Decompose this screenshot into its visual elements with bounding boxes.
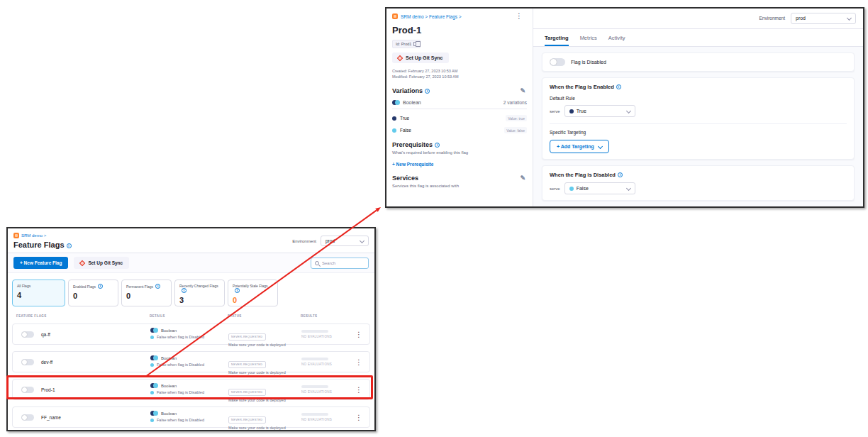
- copy-icon[interactable]: [413, 42, 417, 46]
- table-row[interactable]: qa-ff Boolean False when flag is Disable…: [12, 323, 370, 345]
- environment-select[interactable]: prod: [791, 13, 856, 24]
- flag-toggle[interactable]: [21, 414, 34, 421]
- new-prerequisite-link[interactable]: + New Prerequisite: [392, 162, 527, 167]
- info-icon: [616, 84, 621, 89]
- info-icon: [235, 288, 240, 293]
- stat-card-potentially-stale-flags[interactable]: Potentially Stale Flags 0: [228, 280, 278, 306]
- search-box[interactable]: [311, 258, 369, 269]
- status-badge: NEVER-REQUESTED: [228, 361, 266, 368]
- breadcrumb[interactable]: SRM demo > Feature Flags >: [401, 14, 462, 19]
- feature-flags-list-panel: SRM demo > Feature Flags Environment pro…: [6, 227, 376, 431]
- variation-count: 2 variations: [503, 100, 527, 105]
- row-menu-icon[interactable]: ⋮: [355, 414, 362, 421]
- boolean-type-icon: [150, 383, 158, 388]
- setup-git-sync-button[interactable]: Set Up Git Sync: [74, 257, 129, 269]
- flag-state-toggle[interactable]: [550, 58, 565, 66]
- stat-card-recently-changed-flags[interactable]: Recently Changed Flags 3: [174, 280, 225, 306]
- edit-services-icon[interactable]: ✎: [520, 175, 525, 182]
- flag-name: Prod-1: [41, 387, 55, 392]
- boolean-type-icon: [150, 411, 158, 416]
- flag-detail-main: Environment prod Targeting Metrics Activ…: [533, 9, 863, 206]
- tab-activity[interactable]: Activity: [608, 35, 625, 46]
- results-bar: [301, 330, 328, 333]
- boolean-type-icon: [150, 355, 158, 360]
- flag-toggle[interactable]: [21, 331, 34, 338]
- flag-detail-panel: SRM demo > Feature Flags > ⋮ Prod-1 Id: …: [385, 7, 864, 208]
- breadcrumb[interactable]: SRM demo >: [21, 233, 46, 238]
- kebab-menu-icon[interactable]: ⋮: [516, 13, 523, 20]
- status-badge: NEVER-REQUESTED: [228, 389, 266, 396]
- variation-false-dot-icon: [392, 128, 396, 133]
- new-feature-flag-button[interactable]: + New Feature Flag: [13, 257, 68, 269]
- flag-toggle[interactable]: [21, 359, 34, 365]
- variation-false-dot-icon: [569, 187, 574, 191]
- status-badge: NEVER-REQUESTED: [228, 416, 266, 424]
- stat-card-permanent-flags[interactable]: Permanent Flags 0: [121, 280, 172, 306]
- variation-false-dot-icon: [150, 336, 154, 339]
- environment-label: Environment: [760, 16, 786, 21]
- serve-false-select[interactable]: False: [564, 182, 635, 194]
- git-sync-icon: [79, 260, 85, 265]
- add-targeting-button[interactable]: + Add Targeting: [550, 140, 609, 153]
- flag-name: qa-ff: [41, 332, 50, 337]
- variation-true-dot-icon: [569, 109, 574, 114]
- environment-select[interactable]: prod: [321, 236, 369, 246]
- screenshot-canvas: SRM demo > Feature Flags > ⋮ Prod-1 Id: …: [0, 0, 868, 437]
- row-menu-icon[interactable]: ⋮: [355, 331, 362, 338]
- flag-id-pill: Id: Prod1: [392, 40, 421, 48]
- chevron-down-icon: [626, 109, 631, 114]
- modified-timestamp: Modified: February 27, 2023 10:53 AM: [392, 74, 527, 79]
- boolean-type-icon: [150, 328, 158, 333]
- prerequisites-heading: Prerequisites: [392, 141, 433, 148]
- row-menu-icon[interactable]: ⋮: [355, 387, 362, 394]
- search-input[interactable]: [322, 261, 365, 265]
- flag-detail-sidebar: SRM demo > Feature Flags > ⋮ Prod-1 Id: …: [386, 9, 533, 206]
- when-disabled-heading: When the Flag is Disabled: [550, 172, 616, 178]
- info-icon: [98, 284, 103, 289]
- flag-toggle[interactable]: [21, 387, 34, 393]
- variation-true-dot-icon: [392, 116, 396, 121]
- row-menu-icon[interactable]: ⋮: [355, 359, 362, 366]
- variation-false-dot-icon: [150, 419, 154, 422]
- flag-name: dev-ff: [41, 360, 52, 365]
- edit-variations-icon[interactable]: ✎: [520, 87, 525, 94]
- stat-card-enabled-flags[interactable]: Enabled Flags 0: [68, 280, 118, 306]
- info-icon: [67, 243, 72, 248]
- services-heading: Services: [392, 175, 418, 182]
- chevron-down-icon: [598, 144, 603, 149]
- search-icon: [315, 261, 319, 265]
- info-icon: [618, 172, 623, 177]
- flag-state-label: Flag is Disabled: [571, 60, 606, 65]
- when-enabled-heading: When the Flag is Enabled: [550, 84, 614, 90]
- variations-heading: Variations: [392, 87, 423, 94]
- info-icon: [155, 284, 160, 289]
- table-row[interactable]: FF_name Boolean False when flag is Disab…: [12, 406, 370, 428]
- results-bar: [301, 413, 328, 416]
- info-icon: [425, 89, 430, 94]
- serve-label: serve: [550, 187, 560, 191]
- chevron-down-icon: [626, 186, 631, 191]
- harness-logo-icon: [13, 233, 19, 238]
- boolean-type-icon: [392, 100, 400, 105]
- environment-label: Environment: [292, 239, 316, 243]
- info-icon: [435, 143, 440, 148]
- tab-metrics[interactable]: Metrics: [580, 35, 597, 46]
- info-icon: [182, 288, 187, 293]
- table-header: FEATURE FLAGS DETAILS STATUS RESULTS: [8, 312, 374, 323]
- serve-label: serve: [550, 109, 560, 114]
- page-title: Feature Flags: [13, 240, 65, 249]
- stat-card-all-flags[interactable]: All Flags 4: [12, 280, 65, 306]
- created-timestamp: Created: February 27, 2023 10:53 AM: [392, 68, 527, 74]
- flag-name: FF_name: [41, 415, 61, 420]
- variation-false-dot-icon: [150, 363, 154, 367]
- table-row-prod-1[interactable]: Prod-1 Boolean False when flag is Disabl…: [12, 379, 370, 400]
- results-bar: [301, 358, 328, 360]
- serve-true-select[interactable]: True: [564, 105, 635, 117]
- setup-git-sync-button[interactable]: Set Up Git Sync: [392, 52, 449, 63]
- table-row[interactable]: dev-ff Boolean False when flag is Disabl…: [12, 351, 370, 372]
- tab-targeting[interactable]: Targeting: [545, 35, 569, 46]
- variation-row: False Value: false: [392, 127, 527, 133]
- chevron-down-icon: [360, 238, 365, 243]
- variation-row: True Value: true: [392, 115, 527, 121]
- git-sync-icon: [397, 55, 403, 60]
